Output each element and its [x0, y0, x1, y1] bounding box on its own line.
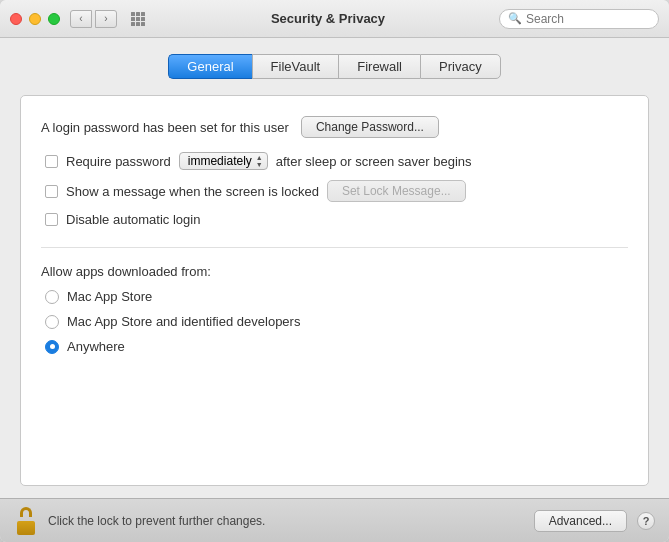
radio-mac-app-store-input[interactable] — [45, 290, 59, 304]
section-divider — [41, 247, 628, 248]
show-message-label: Show a message when the screen is locked — [66, 184, 319, 199]
radio-mac-app-store-identified-label: Mac App Store and identified developers — [67, 314, 300, 329]
require-password-dropdown[interactable]: immediately ▲ ▼ — [179, 152, 268, 170]
settings-panel: A login password has been set for this u… — [20, 95, 649, 486]
radio-mac-app-store-label: Mac App Store — [67, 289, 152, 304]
require-password-row: Require password immediately ▲ ▼ after s… — [41, 152, 628, 170]
show-message-checkbox[interactable] — [45, 185, 58, 198]
radio-anywhere-label: Anywhere — [67, 339, 125, 354]
search-icon: 🔍 — [508, 12, 522, 25]
search-bar[interactable]: 🔍 — [499, 9, 659, 29]
radio-mac-app-store: Mac App Store — [41, 289, 628, 304]
require-password-label: Require password — [66, 154, 171, 169]
tab-bar: General FileVault Firewall Privacy — [20, 54, 649, 79]
close-button[interactable] — [10, 13, 22, 25]
main-window: ‹ › Security & Privacy 🔍 General FileVau… — [0, 0, 669, 542]
login-password-section: A login password has been set for this u… — [41, 116, 628, 227]
show-message-row: Show a message when the screen is locked… — [41, 180, 628, 202]
require-password-suffix: after sleep or screen saver begins — [276, 154, 472, 169]
grid-icon — [131, 12, 145, 26]
radio-mac-app-store-identified: Mac App Store and identified developers — [41, 314, 628, 329]
search-input[interactable] — [526, 12, 650, 26]
tab-filevault[interactable]: FileVault — [252, 54, 339, 79]
allow-apps-section: Allow apps downloaded from: Mac App Stor… — [41, 264, 628, 354]
maximize-button[interactable] — [48, 13, 60, 25]
tab-general[interactable]: General — [168, 54, 251, 79]
lock-body — [17, 521, 35, 535]
radio-anywhere-input[interactable] — [45, 340, 59, 354]
tab-privacy[interactable]: Privacy — [420, 54, 501, 79]
content-area: General FileVault Firewall Privacy A log… — [0, 38, 669, 498]
lock-icon[interactable] — [14, 507, 38, 535]
login-password-row: A login password has been set for this u… — [41, 116, 628, 138]
window-title: Security & Privacy — [157, 11, 499, 26]
nav-buttons: ‹ › — [70, 10, 117, 28]
allow-apps-label: Allow apps downloaded from: — [41, 264, 628, 279]
advanced-button[interactable]: Advanced... — [534, 510, 627, 532]
dropdown-arrows-icon: ▲ ▼ — [256, 154, 263, 168]
titlebar: ‹ › Security & Privacy 🔍 — [0, 0, 669, 38]
tab-firewall[interactable]: Firewall — [338, 54, 420, 79]
back-button[interactable]: ‹ — [70, 10, 92, 28]
disable-autologin-label: Disable automatic login — [66, 212, 200, 227]
traffic-lights — [10, 13, 60, 25]
require-password-checkbox[interactable] — [45, 155, 58, 168]
login-password-label: A login password has been set for this u… — [41, 120, 289, 135]
radio-anywhere: Anywhere — [41, 339, 628, 354]
grid-button[interactable] — [127, 10, 149, 28]
forward-button[interactable]: › — [95, 10, 117, 28]
bottombar: Click the lock to prevent further change… — [0, 498, 669, 542]
lock-label: Click the lock to prevent further change… — [48, 514, 524, 528]
disable-autologin-row: Disable automatic login — [41, 212, 628, 227]
disable-autologin-checkbox[interactable] — [45, 213, 58, 226]
minimize-button[interactable] — [29, 13, 41, 25]
radio-mac-app-store-identified-input[interactable] — [45, 315, 59, 329]
help-button[interactable]: ? — [637, 512, 655, 530]
dropdown-value: immediately — [188, 154, 252, 168]
set-lock-message-button: Set Lock Message... — [327, 180, 466, 202]
lock-shackle — [20, 507, 32, 517]
change-password-button[interactable]: Change Password... — [301, 116, 439, 138]
